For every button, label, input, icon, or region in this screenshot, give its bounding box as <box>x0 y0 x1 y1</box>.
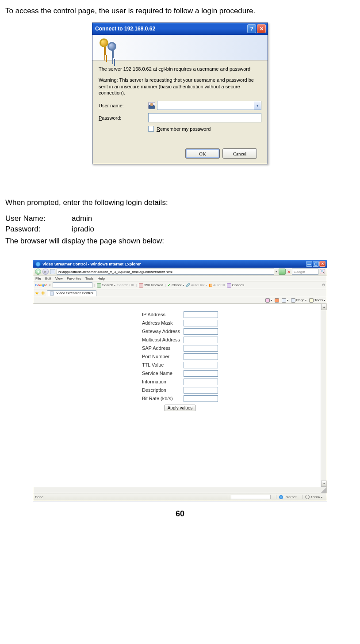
input-multicast[interactable] <box>184 337 218 343</box>
status-zone: Internet <box>276 495 299 499</box>
page-menu[interactable]: Page▾ <box>291 298 307 303</box>
input-sap[interactable] <box>184 345 218 352</box>
input-gateway[interactable] <box>184 328 218 335</box>
tab-page-icon <box>50 292 54 295</box>
dialog-banner <box>92 35 268 61</box>
go-button[interactable]: → <box>279 269 286 275</box>
username-dropdown-button[interactable]: ▾ <box>254 101 261 110</box>
username-input[interactable] <box>157 101 254 110</box>
input-port[interactable] <box>184 353 218 360</box>
help-button[interactable]: ? <box>247 24 256 33</box>
scroll-up-button[interactable]: ▴ <box>321 304 327 310</box>
menu-help[interactable]: Help <box>97 277 104 280</box>
input-mask[interactable] <box>184 320 218 326</box>
page-icon <box>50 269 55 274</box>
print-icon[interactable]: ▾ <box>282 298 288 303</box>
google-search-button[interactable]: Search▾ <box>97 283 115 288</box>
zoom-icon <box>305 495 310 499</box>
scroll-down-button[interactable]: ▾ <box>321 481 327 487</box>
menu-view[interactable]: View <box>55 277 63 280</box>
ie-command-bar: ▾ ▾ Page▾ Tools▾ <box>33 297 327 304</box>
search-input[interactable] <box>292 269 318 275</box>
input-service[interactable] <box>184 370 218 377</box>
home-icon[interactable]: ▾ <box>265 298 272 303</box>
input-ip[interactable] <box>184 311 218 318</box>
status-done: Done <box>35 495 225 499</box>
cancel-button[interactable]: Cancel <box>222 148 257 159</box>
ie-status-bar: Done Internet 100%▾ <box>33 493 327 501</box>
dialog-titlebar[interactable]: Connect to 192.168.0.62 ? ✕ <box>92 23 268 35</box>
close-button[interactable]: ✕ <box>257 24 266 33</box>
menu-tools[interactable]: Tools <box>85 277 94 280</box>
ie-address-bar: ◄ ► ▾ → ✕ 🔍 <box>33 268 327 276</box>
page-number: 60 <box>5 509 355 519</box>
auth-dialog: Connect to 192.168.0.62 ? ✕ The server 1… <box>92 23 268 164</box>
server-message: The server 192.168.0.62 at cgi-bin requi… <box>99 66 261 72</box>
remember-checkbox[interactable] <box>148 126 154 132</box>
google-check[interactable]: ✔Check▾ <box>168 283 184 287</box>
vertical-scrollbar[interactable]: ▴ ▾ <box>321 304 327 493</box>
ie-menubar: File Edit View Favorites Tools Help <box>33 276 327 281</box>
address-input[interactable] <box>57 269 274 275</box>
add-favorite-icon[interactable]: ✚ <box>41 291 45 295</box>
browser-tab[interactable]: Video Streamer Control <box>47 290 96 296</box>
username-label: User name: <box>99 103 148 108</box>
google-autolink[interactable]: 🔗AutoLink▾ <box>186 283 207 287</box>
ie-close-button[interactable]: ✕ <box>319 261 326 267</box>
dialog-title: Connect to 192.168.0.62 <box>95 26 246 32</box>
keys-icon <box>98 38 119 57</box>
ie-titlebar[interactable]: Video Streamer Control - Windows Interne… <box>33 260 327 268</box>
forward-icon[interactable]: ► <box>42 269 49 275</box>
doc-prompt-intro: When prompted, enter the following login… <box>5 198 355 208</box>
lbl-gateway: Gateway Address <box>141 328 181 335</box>
password-label: Password: <box>99 115 148 121</box>
ie-window: Video Streamer Control - Windows Interne… <box>33 260 327 501</box>
ie-max-button[interactable]: ▢ <box>313 261 319 267</box>
google-search-uk[interactable]: Search UK <box>117 283 134 287</box>
google-toolbar: Google ▾ | Search▾ Search UK | 350 block… <box>33 281 327 289</box>
status-zoom[interactable]: 100%▾ <box>302 495 325 499</box>
menu-favorites[interactable]: Favorites <box>67 277 81 280</box>
user-icon <box>148 102 155 109</box>
horizontal-scrollbar[interactable] <box>33 487 327 493</box>
input-bitrate[interactable] <box>184 395 218 402</box>
lbl-bitrate: Bit Rate (kb/s) <box>141 395 181 402</box>
input-info[interactable] <box>184 379 218 385</box>
ie-min-button[interactable]: — <box>306 261 312 267</box>
lbl-ip: IP Address <box>141 311 181 318</box>
lbl-multicast: Multicast Address <box>141 336 181 344</box>
back-icon[interactable]: ◄ <box>35 269 41 275</box>
google-logo: Google <box>35 283 47 287</box>
google-autofill[interactable]: ◧AutoFill <box>209 283 225 287</box>
ie-title: Video Streamer Control - Windows Interne… <box>42 262 306 266</box>
stop-icon[interactable]: ✕ <box>287 269 291 274</box>
lbl-info: Information <box>141 378 181 386</box>
tools-menu[interactable]: Tools▾ <box>309 298 325 303</box>
input-desc[interactable] <box>184 387 218 394</box>
lbl-service: Service Name <box>141 370 181 377</box>
password-input[interactable] <box>148 113 261 122</box>
resize-grip[interactable] <box>321 487 327 493</box>
progress-bar <box>231 495 271 499</box>
feeds-icon[interactable] <box>275 298 279 303</box>
lbl-ttl: TTL Value <box>141 361 181 369</box>
google-settings-icon[interactable]: ⚙ <box>322 283 325 287</box>
streamer-form: IP Address Address Mask Gateway Address … <box>140 310 220 411</box>
doc-after-login: The browser will display the page shown … <box>5 236 355 246</box>
google-blocked[interactable]: 350 blocked <box>139 283 163 288</box>
menu-edit[interactable]: Edit <box>45 277 51 280</box>
ok-button[interactable]: OK <box>185 148 220 159</box>
lbl-sap: SAP Address <box>141 345 181 352</box>
lbl-port: Port Number <box>141 353 181 360</box>
remember-label: Remember my password <box>157 126 211 132</box>
doc-password-row: Password: ipradio <box>5 225 355 234</box>
input-ttl[interactable] <box>184 362 218 368</box>
menu-file[interactable]: File <box>35 277 41 280</box>
google-options[interactable]: Options <box>227 283 245 288</box>
apply-button[interactable]: Apply values <box>165 405 196 411</box>
internet-zone-icon <box>279 495 283 499</box>
google-search-input[interactable] <box>53 282 92 288</box>
search-go-icon[interactable]: 🔍 <box>320 269 325 274</box>
doc-intro: To access the control page, the user is … <box>5 6 355 16</box>
favorites-star-icon[interactable]: ★ <box>35 291 39 295</box>
